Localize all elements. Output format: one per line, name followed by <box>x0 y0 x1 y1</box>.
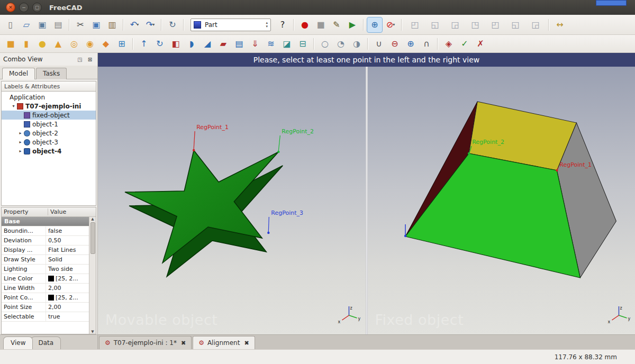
document-tab[interactable]: ⚙Alignment✖ <box>193 336 255 349</box>
copy-icon[interactable]: ▣ <box>89 17 104 32</box>
tree-item-object-2[interactable]: ▸object-2 <box>2 129 96 138</box>
expander-open-icon[interactable]: ▾ <box>11 104 16 108</box>
close-tab-icon[interactable]: ✖ <box>181 340 186 347</box>
property-row[interactable]: Line Color[25, 2... <box>2 274 89 284</box>
expander-closed-icon[interactable]: ▸ <box>17 140 23 144</box>
macro-stop-icon[interactable]: ■ <box>313 17 328 32</box>
property-row[interactable]: Selectabletrue <box>2 312 89 322</box>
regpoint-3-label[interactable]: RegPoint_3 <box>271 210 303 216</box>
mirror-icon[interactable]: ◧ <box>168 37 183 51</box>
draw-style-icon[interactable]: ⊘▾ <box>383 17 398 32</box>
tab-view[interactable]: View <box>3 336 33 349</box>
offset-3d-icon[interactable]: ○ <box>318 37 332 51</box>
create-primitives-icon[interactable]: ◆ <box>98 37 113 51</box>
property-value[interactable]: 0,50 <box>46 236 89 245</box>
make-face-icon[interactable]: ▰ <box>216 37 231 51</box>
revolve-icon[interactable]: ↻ <box>152 37 167 51</box>
maximize-button[interactable]: ▢ <box>32 3 42 12</box>
primitive-torus-icon[interactable]: ◎ <box>67 37 81 51</box>
regpoint-2-label[interactable]: RegPoint_2 <box>282 128 314 135</box>
property-value[interactable]: [25, 2... <box>46 293 89 302</box>
check-geometry-icon[interactable]: ✓ <box>457 37 472 51</box>
regpoint-1-marker[interactable] <box>193 149 195 151</box>
boolean-icon[interactable]: ∪ <box>371 37 386 51</box>
property-value[interactable]: true <box>46 312 89 321</box>
selected-point-dot[interactable] <box>404 235 406 237</box>
macro-record-icon[interactable]: ● <box>297 17 312 32</box>
boolean-intersection-icon[interactable]: ∩ <box>419 37 434 51</box>
property-value[interactable]: Two side <box>46 265 89 274</box>
view-right-icon[interactable]: ◳ <box>468 17 483 32</box>
close-tab-icon[interactable]: ✖ <box>244 340 249 347</box>
open-document-icon[interactable]: ▱ <box>19 17 34 32</box>
macro-edit-icon[interactable]: ✎ <box>329 17 344 32</box>
property-group-row[interactable]: Base <box>2 217 89 226</box>
cut-icon[interactable]: ✂ <box>73 17 88 32</box>
property-value[interactable]: [25, 2... <box>46 274 89 283</box>
property-row[interactable]: Line Width2,00 <box>2 284 89 293</box>
print-icon[interactable]: ▤ <box>51 17 66 32</box>
measure-distance-icon[interactable]: ↔ <box>552 17 567 32</box>
close-button[interactable]: ✕ <box>6 3 15 12</box>
frustum-front-face[interactable] <box>405 153 580 278</box>
extrude-icon[interactable]: ↑ <box>137 37 151 51</box>
tab-model[interactable]: Model <box>2 68 35 79</box>
primitive-cone-icon[interactable]: ▲ <box>51 37 66 51</box>
property-scrollbar[interactable]: ▲ ▼ <box>89 217 96 334</box>
viewport-left[interactable]: RegPoint_1 RegPoint_2 RegPoint_3 z y <box>98 67 366 334</box>
primitive-cylinder-icon[interactable]: ▮ <box>19 37 34 51</box>
view-top-icon[interactable]: ◲ <box>448 17 462 32</box>
document-tab[interactable]: ⚙T07-ejemplo-ini : 1*✖ <box>99 336 192 349</box>
regpoint-2-marker[interactable] <box>467 152 469 154</box>
ruled-surface-icon[interactable]: ▤ <box>232 37 247 51</box>
tree-item-application[interactable]: Application <box>2 93 96 102</box>
macro-execute-icon[interactable]: ▶ <box>345 17 360 32</box>
property-row[interactable]: Draw StyleSolid <box>2 255 89 265</box>
property-value[interactable]: 2,00 <box>46 284 89 293</box>
primitive-tube-icon[interactable]: ◉ <box>83 37 97 51</box>
scrollbar-thumb[interactable] <box>90 222 95 254</box>
minimize-button[interactable]: − <box>19 3 29 12</box>
tab-data[interactable]: Data <box>31 336 61 349</box>
sweep-icon[interactable]: ≋ <box>264 37 278 51</box>
tree-item-t07-ejemplo-ini[interactable]: ▾T07-ejemplo-ini <box>2 102 96 111</box>
property-row[interactable]: Deviation0,50 <box>2 236 89 245</box>
join-connect-icon[interactable]: ◈ <box>441 37 456 51</box>
regpoint-2-marker[interactable] <box>277 151 279 153</box>
property-value[interactable]: 2,00 <box>46 303 89 312</box>
tree-item-object-3[interactable]: ▸object-3 <box>2 138 96 147</box>
redo-icon[interactable]: ↷▾ <box>143 17 158 32</box>
shape-builder-icon[interactable]: ⊞ <box>114 37 129 51</box>
property-row[interactable]: Point Size2,00 <box>2 303 89 312</box>
tree-item-fixed-object[interactable]: fixed-object <box>2 111 96 120</box>
whats-this-icon[interactable]: ? <box>275 17 290 32</box>
scroll-up-icon[interactable]: ▲ <box>91 217 94 221</box>
fit-all-icon[interactable]: ⊕ <box>367 17 382 32</box>
expander-closed-icon[interactable]: ▸ <box>17 131 23 135</box>
undo-icon[interactable]: ↶▾ <box>127 17 142 32</box>
property-value[interactable]: false <box>46 226 89 235</box>
workbench-selector[interactable]: Part▴▾ <box>190 19 271 31</box>
thickness-icon[interactable]: ◑ <box>349 37 364 51</box>
view-left-icon[interactable]: ◲ <box>528 17 543 32</box>
view-bottom-icon[interactable]: ◱ <box>508 17 523 32</box>
tree-item-object-4[interactable]: ▸object-4 <box>2 147 96 156</box>
boolean-cut-icon[interactable]: ⊖ <box>387 37 402 51</box>
primitive-sphere-icon[interactable]: ● <box>35 37 50 51</box>
regpoint-3-marker[interactable] <box>267 232 269 234</box>
offset-2d-icon[interactable]: ◔ <box>333 37 348 51</box>
chamfer-icon[interactable]: ◢ <box>200 37 215 51</box>
primitive-box-icon[interactable]: ■ <box>3 37 18 51</box>
property-value[interactable]: Flat Lines <box>46 245 89 254</box>
view-rear-icon[interactable]: ◰ <box>488 17 503 32</box>
paste-icon[interactable]: ▥ <box>105 17 120 32</box>
fillet-icon[interactable]: ◗ <box>184 37 199 51</box>
regpoint-1-label[interactable]: RegPoint_1 <box>559 161 592 168</box>
regpoint-1-label[interactable]: RegPoint_1 <box>196 124 229 131</box>
tree-item-object-1[interactable]: object-1 <box>2 120 96 129</box>
property-row[interactable]: LightingTwo side <box>2 265 89 274</box>
property-value[interactable]: Solid <box>46 255 89 264</box>
cross-sections-icon[interactable]: ⊟ <box>295 37 310 51</box>
section-icon[interactable]: ◪ <box>279 37 294 51</box>
property-row[interactable]: Point Co...[25, 2... <box>2 293 89 303</box>
